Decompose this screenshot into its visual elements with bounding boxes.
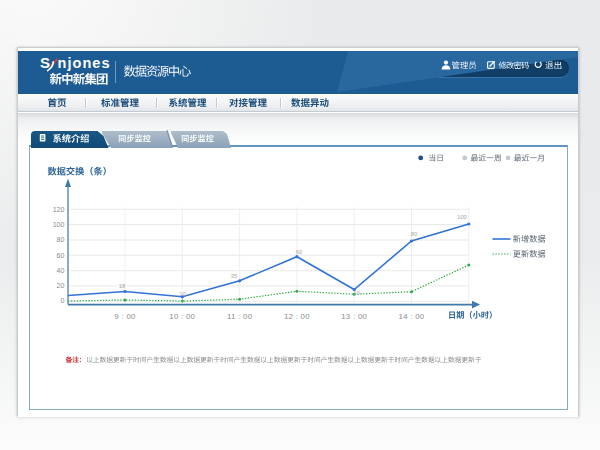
svg-text:10: 10: [353, 290, 359, 296]
svg-text:40: 40: [57, 267, 65, 275]
svg-text:100: 100: [457, 214, 467, 220]
svg-text:18: 18: [119, 283, 125, 289]
svg-text:14 : 00: 14 : 00: [399, 312, 425, 321]
svg-text:0: 0: [61, 297, 65, 305]
svg-text:11 : 00: 11 : 00: [227, 312, 253, 321]
svg-text:35: 35: [231, 273, 237, 279]
svg-text:60: 60: [57, 252, 65, 260]
svg-text:10: 10: [179, 291, 185, 297]
svg-text:80: 80: [57, 236, 65, 244]
svg-text:10 : 00: 10 : 00: [169, 312, 195, 321]
svg-text:9 : 00: 9 : 00: [114, 312, 136, 321]
svg-text:80: 80: [411, 231, 417, 237]
svg-text:60: 60: [296, 249, 302, 255]
svg-text:12 : 00: 12 : 00: [284, 312, 310, 321]
svg-text:100: 100: [53, 221, 65, 229]
svg-text:20: 20: [57, 282, 65, 290]
svg-text:120: 120: [53, 206, 65, 214]
svg-text:13 : 00: 13 : 00: [341, 312, 367, 321]
